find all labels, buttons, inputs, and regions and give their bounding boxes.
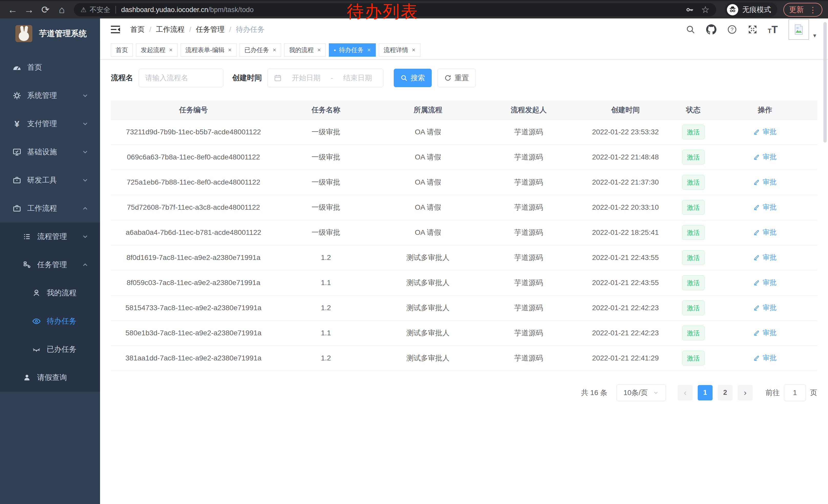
col-status: 状态	[674, 100, 713, 120]
close-tab-icon[interactable]: ×	[273, 46, 276, 54]
date-range-field[interactable]: 开始日期 - 结束日期	[267, 69, 383, 87]
tab-done-tasks[interactable]: ● 已办任务 ×	[240, 43, 281, 57]
close-tab-icon[interactable]: ×	[412, 46, 416, 54]
task-name: 1.1	[276, 270, 376, 295]
task-name: 一级审批	[276, 195, 376, 220]
table-row: 381aa1dd-7ac8-11ec-a9e2-a2380e71991a 1.2…	[111, 346, 817, 371]
approve-button[interactable]: 审批	[753, 353, 777, 363]
page-2-button[interactable]: 2	[718, 385, 733, 401]
sidebar-item-payment[interactable]: ¥ 支付管理	[0, 110, 100, 138]
search-button[interactable]: 搜索	[394, 69, 432, 87]
font-size-icon[interactable]: TT	[768, 25, 778, 35]
browser-menu-dots-icon[interactable]: ⋮	[809, 5, 817, 14]
caret-down-icon: ▼	[812, 33, 817, 40]
user-menu[interactable]: ▼	[788, 19, 817, 40]
approve-button[interactable]: 审批	[753, 202, 777, 212]
github-icon[interactable]	[706, 25, 716, 35]
browser-reload-button[interactable]: ⟳	[38, 4, 52, 15]
tab-todo-tasks[interactable]: ● 待办任务 ×	[329, 43, 376, 57]
sidebar-item-my-process[interactable]: 我的流程	[0, 279, 100, 307]
page-unit-label: 页	[810, 388, 817, 398]
tab-label: 已办任务	[244, 46, 269, 54]
chevron-down-icon	[653, 390, 659, 396]
help-icon[interactable]: ?	[727, 25, 737, 34]
close-tab-icon[interactable]: ×	[317, 46, 321, 54]
task-created: 2022-01-22 23:53:32	[577, 120, 674, 145]
sidebar-item-system[interactable]: 系统管理	[0, 82, 100, 110]
approve-button[interactable]: 审批	[753, 278, 777, 287]
breadcrumb-home[interactable]: 首页	[130, 25, 145, 34]
approve-button[interactable]: 审批	[753, 303, 777, 312]
sidebar-item-label: 我的流程	[47, 288, 76, 298]
sidebar-item-label: 任务管理	[37, 260, 67, 270]
edit-icon	[753, 204, 760, 211]
approve-button[interactable]: 审批	[753, 328, 777, 337]
sidebar-item-label: 待办任务	[47, 316, 76, 326]
page-size-select[interactable]: 10条/页	[617, 384, 666, 401]
sidebar-item-process-management[interactable]: 流程管理	[0, 223, 100, 251]
todo-list-annotation: 待办列表	[347, 0, 419, 23]
col-task-id: 任务编号	[111, 100, 276, 120]
browser-back-button[interactable]: ←	[6, 4, 19, 15]
tab-my-process[interactable]: ● 我的流程 ×	[284, 43, 326, 57]
task-starter: 芋道源码	[480, 170, 577, 195]
task-name: 1.2	[276, 295, 376, 320]
sidebar-item-workflow[interactable]: 工作流程	[0, 194, 100, 223]
approve-button[interactable]: 审批	[753, 177, 777, 187]
sidebar-item-todo-tasks[interactable]: 待办任务	[0, 307, 100, 335]
task-process: OA 请假	[376, 120, 481, 145]
briefcase-icon	[12, 176, 22, 185]
sidebar-item-dev-tools[interactable]: 研发工具	[0, 166, 100, 194]
prev-page-button[interactable]: ‹	[678, 385, 693, 401]
tab-home[interactable]: ● 首页	[111, 43, 133, 57]
fullscreen-icon[interactable]	[748, 25, 757, 34]
tree-icon	[22, 261, 32, 269]
window-scrollbar[interactable]	[823, 22, 827, 142]
sidebar-item-infrastructure[interactable]: 基础设施	[0, 138, 100, 166]
sidebar-item-leave-query[interactable]: 请假查询	[0, 364, 100, 392]
next-page-button[interactable]: ›	[738, 385, 753, 401]
chevron-down-icon	[82, 233, 89, 240]
app-logo[interactable]: 芋道管理系统	[0, 18, 100, 49]
tab-start-process[interactable]: ● 发起流程 ×	[136, 43, 177, 57]
pagination-total: 共 16 条	[581, 388, 608, 398]
pagination: 共 16 条 10条/页 ‹ 1 2 › 前往 页	[111, 384, 817, 401]
approve-button[interactable]: 审批	[753, 152, 777, 162]
approve-button[interactable]: 审批	[753, 127, 777, 136]
password-key-icon[interactable]	[686, 5, 694, 14]
process-name-label: 流程名	[111, 73, 133, 83]
breadcrumb-workflow[interactable]: 工作流程	[156, 25, 185, 34]
sidebar-item-label: 研发工具	[27, 175, 57, 185]
goto-page-input[interactable]	[784, 384, 806, 401]
sidebar-collapse-icon[interactable]	[111, 26, 120, 34]
breadcrumb-separator: /	[189, 26, 191, 34]
browser-home-button[interactable]: ⌂	[55, 4, 69, 15]
page-1-button[interactable]: 1	[698, 385, 713, 401]
sidebar-item-home[interactable]: 首页	[0, 53, 100, 82]
close-tab-icon[interactable]: ×	[228, 46, 232, 54]
avatar[interactable]	[788, 19, 809, 40]
breadcrumb-task-management[interactable]: 任务管理	[196, 25, 225, 34]
close-tab-icon[interactable]: ×	[169, 46, 173, 54]
sidebar-item-done-tasks[interactable]: 已办任务	[0, 335, 100, 364]
end-date-placeholder[interactable]: 结束日期	[338, 73, 377, 83]
approve-button[interactable]: 审批	[753, 253, 777, 262]
tab-process-form-edit[interactable]: ● 流程表单-编辑 ×	[180, 43, 237, 57]
close-tab-icon[interactable]: ×	[367, 46, 371, 54]
browser-update-button[interactable]: 更新 ⋮	[783, 3, 822, 17]
edit-icon	[753, 229, 760, 236]
approve-button[interactable]: 审批	[753, 228, 777, 237]
tab-process-detail[interactable]: ● 流程详情 ×	[379, 43, 420, 57]
breadcrumb-separator: /	[149, 26, 151, 34]
process-name-field[interactable]	[139, 69, 223, 87]
sidebar-item-task-management[interactable]: 任务管理	[0, 251, 100, 279]
bookmark-star-icon[interactable]: ☆	[701, 4, 709, 15]
browser-forward-button[interactable]: →	[22, 4, 36, 15]
reset-button-label: 重置	[455, 73, 469, 83]
col-process: 所属流程	[376, 100, 481, 120]
chevron-down-icon	[82, 177, 89, 184]
reset-button[interactable]: 重置	[437, 69, 476, 87]
search-icon[interactable]	[686, 25, 695, 34]
process-name-input[interactable]	[145, 74, 217, 82]
start-date-placeholder[interactable]: 开始日期	[287, 73, 326, 83]
